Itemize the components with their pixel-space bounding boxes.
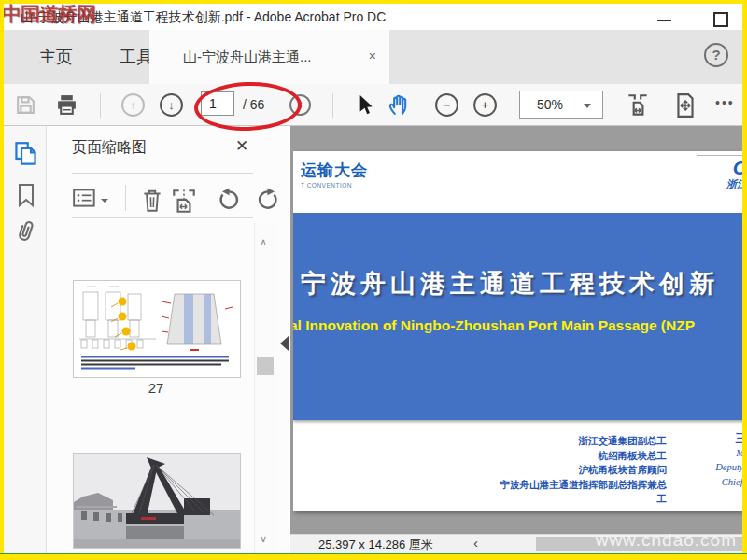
header-rule: [697, 155, 742, 156]
credits-english: 三 Mi Deputy Chief Chief Eng: [671, 431, 742, 489]
credits-chinese: 浙江交通集团副总工 杭绍甬板块总工 沪杭甬板块首席顾问 宁波舟山港主通道指挥部副…: [293, 434, 667, 507]
credit-name: 三: [671, 431, 742, 446]
next-page-icon[interactable]: ↓: [160, 93, 183, 117]
hand-tool-icon[interactable]: [387, 91, 413, 118]
select-tool-icon[interactable]: [354, 94, 374, 117]
scrollbar-thumb[interactable]: [257, 357, 274, 375]
rotate-right-icon[interactable]: [256, 188, 280, 212]
extract-pages-icon[interactable]: [170, 188, 198, 214]
maximize-button[interactable]: [713, 12, 728, 27]
tab-tools[interactable]: 工具: [120, 30, 153, 84]
page-number-input[interactable]: [201, 91, 234, 116]
previous-page-icon[interactable]: ↑: [121, 93, 145, 117]
credit-line: 工: [293, 492, 667, 507]
header-rule: [697, 203, 742, 203]
thumbnail-options-icon[interactable]: [72, 186, 98, 210]
minimize-button[interactable]: [657, 20, 671, 21]
thumbnail-crane-photo[interactable]: [73, 453, 241, 549]
document-tab[interactable]: 山-宁波舟山港主通... ×: [149, 30, 389, 84]
document-tab-close-icon[interactable]: ×: [369, 49, 376, 63]
page-spinner-icon[interactable]: ▲ ▼: [289, 94, 311, 116]
help-icon[interactable]: ?: [704, 43, 728, 67]
page-total-label: / 66: [243, 97, 264, 112]
chevron-down-icon: [101, 199, 108, 203]
slide-title-chinese: 宁波舟山港主通道工程技术创新: [301, 267, 719, 301]
acrobat-window: 山-宁波舟山港主通道工程技术创新.pdf - Adobe Acrobat Pro…: [4, 4, 742, 553]
panel-toolbar-separator: [125, 185, 126, 211]
panel-divider: [72, 173, 253, 174]
zhejiang-logo-text: 浙江: [726, 177, 742, 191]
navigation-rail: [4, 126, 47, 553]
document-tab-label: 山-宁波舟山港主通...: [183, 30, 312, 84]
credit-line-en: Deputy Chief: [671, 460, 742, 475]
save-icon[interactable]: [14, 93, 37, 117]
credit-line-en: Mi: [671, 446, 742, 461]
fit-one-page-icon[interactable]: [672, 92, 698, 119]
credit-line: 宁波舟山港主通道指挥部副总指挥兼总: [293, 478, 667, 493]
thumbnail-page-number: 27: [73, 380, 239, 396]
tab-home[interactable]: 主页: [39, 30, 73, 84]
panel-scrollbar[interactable]: [254, 223, 277, 553]
screenshot-border: 山-宁波舟山港主通道工程技术创新.pdf - Adobe Acrobat Pro…: [0, 0, 747, 560]
wtc-logo: 运输大会 T CONVENTION: [301, 160, 368, 189]
panel-close-icon[interactable]: ✕: [235, 136, 248, 156]
rotate-left-icon[interactable]: [217, 188, 241, 212]
chevron-down-icon: [584, 104, 591, 108]
wtc-logo-text: 运输大会: [301, 160, 368, 181]
credit-line-en: Chief Eng: [671, 475, 742, 490]
watermark-bottom-right: www.cndao.com: [596, 530, 737, 551]
page-scrolling-view-icon[interactable]: [625, 92, 651, 119]
thumbnail-page-27[interactable]: [73, 280, 241, 378]
zoom-level-value: 50%: [537, 97, 563, 112]
zoom-out-icon[interactable]: −: [435, 93, 458, 117]
title-bar: 山-宁波舟山港主通道工程技术创新.pdf - Adobe Acrobat Pro…: [4, 4, 742, 30]
main-toolbar: ↑ ↓ / 66 ▲ ▼ − + 50%: [4, 84, 742, 126]
attachments-icon[interactable]: [14, 217, 38, 245]
zhejiang-logo: C 浙江: [726, 159, 742, 191]
scrollbar-down-icon[interactable]: ∨: [260, 533, 267, 545]
document-pane: 运输大会 T CONVENTION C 浙江 宁波舟山港主通道工程技术创新 al…: [290, 126, 742, 553]
collapse-panel-icon[interactable]: [280, 336, 289, 351]
spinner-down-icon: ▼: [291, 105, 309, 110]
page-thumbnails-icon[interactable]: [13, 141, 38, 168]
credit-line: 浙江交通集团副总工: [293, 434, 667, 449]
slide-title-english: al Innovation of Ningbo-Zhoushan Port Ma…: [293, 317, 695, 334]
watermark-top-left: 中国道桥网: [4, 4, 95, 27]
panel-title: 页面缩略图: [72, 138, 147, 158]
toolbar-separator: [332, 93, 333, 118]
page-dimensions-label: 25.397 x 14.286 厘米: [318, 537, 433, 553]
print-icon[interactable]: [55, 93, 78, 117]
zhejiang-logo-letter: C: [726, 159, 742, 177]
tab-bar: 主页 工具 山-宁波舟山港主通... × ?: [4, 30, 742, 84]
pdf-page: 运输大会 T CONVENTION C 浙江 宁波舟山港主通道工程技术创新 al…: [293, 151, 742, 511]
credit-line: 沪杭甬板块首席顾问: [293, 463, 667, 478]
title-banner: 宁波舟山港主通道工程技术创新 al Innovation of Ningbo-Z…: [293, 213, 742, 420]
scrollbar-up-icon[interactable]: ∧: [260, 236, 267, 248]
toolbar-separator: [100, 93, 101, 118]
zoom-level-dropdown[interactable]: 50%: [519, 91, 603, 119]
chevron-left-icon[interactable]: ‹: [473, 535, 478, 551]
wtc-logo-subtext: T CONVENTION: [301, 182, 368, 189]
credit-line: 杭绍甬板块总工: [293, 449, 667, 464]
delete-pages-icon[interactable]: [140, 188, 164, 214]
page-thumbnails-panel: 页面缩略图 ✕: [47, 126, 289, 553]
panel-divider: [72, 217, 253, 218]
border-green-line: [0, 553, 747, 554]
status-bar: 25.397 x 14.286 厘米 ‹ www.cndao.com: [290, 534, 742, 553]
more-tools-icon[interactable]: •••: [715, 95, 735, 110]
zoom-in-icon[interactable]: +: [473, 93, 497, 117]
bookmarks-icon[interactable]: [15, 182, 37, 208]
